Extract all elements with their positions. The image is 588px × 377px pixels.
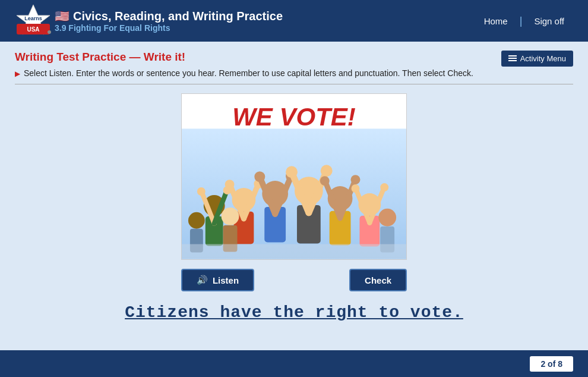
instruction-text: Select Listen. Enter the words or senten… xyxy=(24,68,473,78)
header-subtitle: 3.9 Fighting For Equal Rights xyxy=(55,23,283,33)
svg-point-42 xyxy=(188,212,205,229)
header-text: 🇺🇸Civics, Reading, and Writing Practice … xyxy=(55,9,283,33)
header-title: 🇺🇸Civics, Reading, and Writing Practice xyxy=(55,9,283,23)
svg-point-41 xyxy=(380,183,388,191)
svg-text:Learns: Learns xyxy=(24,15,42,21)
buttons-row: 🔊 Listen Check xyxy=(181,269,407,291)
svg-point-21 xyxy=(254,171,265,182)
svg-rect-48 xyxy=(182,244,406,259)
svg-point-29 xyxy=(321,165,333,177)
flag-icon: 🇺🇸 xyxy=(55,10,69,23)
svg-point-15 xyxy=(225,180,235,189)
content-area: WE VOTE! xyxy=(15,93,573,322)
we-vote-heading: WE VOTE! xyxy=(232,103,356,131)
svg-point-27 xyxy=(286,166,298,178)
svg-point-44 xyxy=(222,208,239,225)
crowd-svg xyxy=(182,128,406,259)
svg-point-33 xyxy=(320,176,330,186)
svg-text:USA: USA xyxy=(27,26,39,33)
answer-text: Citizens have the right to vote. xyxy=(125,303,463,322)
instructions: ▶ Select Listen. Enter the words or sent… xyxy=(15,68,490,78)
header-nav: Home | Sign off xyxy=(472,0,576,42)
image-container: WE VOTE! xyxy=(181,93,407,260)
header: USA Learns 🇺🇸Civics, Reading, and Writin… xyxy=(0,0,588,42)
speaker-icon: 🔊 xyxy=(197,275,208,285)
svg-point-9 xyxy=(197,187,206,196)
signoff-button[interactable]: Sign off xyxy=(522,0,576,42)
crowd-image xyxy=(182,128,406,259)
footer: 2 of 8 xyxy=(0,350,588,377)
svg-point-46 xyxy=(378,209,396,227)
arrow-icon: ▶ xyxy=(15,70,20,78)
home-button[interactable]: Home xyxy=(472,0,520,42)
activity-menu-button[interactable]: Activity Menu xyxy=(501,51,573,67)
section-title: Writing Test Practice — Write it! xyxy=(15,51,573,64)
logo-area: USA Learns xyxy=(12,4,55,38)
svg-point-4 xyxy=(48,30,51,34)
main-content: Activity Menu Writing Test Practice — Wr… xyxy=(0,42,588,350)
listen-button[interactable]: 🔊 Listen xyxy=(181,269,254,291)
page-indicator: 2 of 8 xyxy=(530,356,573,372)
svg-point-39 xyxy=(351,184,359,193)
menu-icon xyxy=(508,55,517,62)
divider xyxy=(15,84,573,84)
usa-learns-logo: USA Learns xyxy=(12,4,55,38)
check-button[interactable]: Check xyxy=(349,269,407,291)
svg-point-35 xyxy=(350,175,360,184)
